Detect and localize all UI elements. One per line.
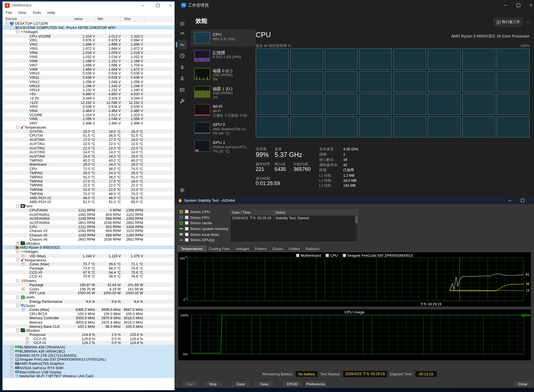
sensor-row[interactable]: +3.3V3.344 V3.328 V3.344 V: [3, 96, 174, 100]
sensor-row[interactable]: CPUTIN51.5 °C36.5 °C51.5 °C: [3, 133, 174, 138]
collapse-icon[interactable]: −: [16, 204, 19, 208]
menu-view[interactable]: View: [15, 10, 29, 16]
collapse-icon[interactable]: −: [16, 296, 19, 299]
sensor-row[interactable]: +5V4.880 V4.880 V4.920 V: [3, 92, 174, 96]
tab-voltages[interactable]: Voltages: [233, 246, 252, 251]
expand-icon[interactable]: +: [10, 374, 13, 378]
sensor-row[interactable]: AUXTIN122.0 °C22.0 °C22.0 °C: [3, 142, 174, 146]
collapse-icon[interactable]: −: [16, 258, 19, 261]
tree-node-row[interactable]: −Voltages: [3, 30, 174, 34]
collapse-icon[interactable]: −: [16, 279, 19, 282]
collapse-icon[interactable]: −: [16, 304, 19, 307]
tab-cooling-fans[interactable]: Cooling Fans: [206, 246, 233, 251]
sensor-row[interactable]: VIN72.496 V2.480 V2.496 V: [3, 121, 174, 125]
rail-item-services[interactable]: [177, 96, 187, 106]
cpuid-button[interactable]: CPUID: [283, 380, 302, 387]
expand-icon[interactable]: +: [22, 287, 25, 290]
stress-option[interactable]: ✓Stress CPU: [179, 209, 229, 214]
sensor-row[interactable]: +CCX #1124.2 %0.0 %124.8 %: [3, 341, 174, 345]
sensor-row[interactable]: VIN42.464 V2.464 V2.480 V: [3, 109, 174, 113]
sensor-row[interactable]: VIN21.696 V1.696 V1.696 V: [3, 42, 174, 46]
col-max[interactable]: Max: [124, 17, 131, 21]
collapse-icon[interactable]: −: [16, 250, 19, 253]
aida64-titlebar[interactable]: System Stability Test - AIDA64 ×: [175, 197, 534, 204]
close-icon[interactable]: ×: [525, 0, 534, 10]
hwmonitor-titlebar[interactable]: HWMonitor ×: [3, 2, 174, 9]
tree-node-row[interactable]: −DESKTOP-LD71ERI: [3, 21, 174, 26]
collapse-icon[interactable]: −: [16, 329, 19, 332]
resource-card-gpu0[interactable]: GPU 0AMD Radeon(TM) Gr...0% (46 °C): [192, 120, 256, 136]
stress-option[interactable]: ✓Stress FPU: [179, 214, 229, 220]
sensor-row[interactable]: TMPIN340.0 °C40.0 °C40.0 °C: [3, 158, 174, 163]
sensor-row[interactable]: Chassis #51193 RPM668 RPM1250 RPM: [3, 233, 174, 237]
sensor-row[interactable]: AUXTIN314.0 °C14.0 °C14.0 °C: [3, 150, 174, 154]
sensor-row[interactable]: TMPIN872.0 °C48.0 °C74.0 °C: [3, 191, 174, 196]
sensor-row[interactable]: VIN61.056 V1.048 V1.056 V: [3, 117, 174, 121]
resource-card-cpu[interactable]: CPU99% 5.37 GHz: [192, 30, 256, 46]
menu-file[interactable]: File: [3, 10, 15, 16]
tree-node-row[interactable]: −Fans: [3, 204, 174, 208]
collapse-icon[interactable]: −: [10, 26, 13, 29]
sensor-row[interactable]: CPU BCLK100.0 MHz100.0 MHz100.0 MHz: [3, 312, 174, 316]
sensor-row[interactable]: CPU1211 RPM502 RPM1306 RPM: [3, 225, 174, 229]
checkbox[interactable]: [185, 233, 188, 236]
tree-node-row[interactable]: +BL9BWWA.439 (760A04AA): [3, 345, 174, 349]
sensor-row[interactable]: +CCX #0125.6 %0.0 %126.4 %: [3, 337, 174, 341]
sensor-row[interactable]: TMPIN417.0 °C17.0 °C18.0 °C: [3, 179, 174, 183]
more-options-icon[interactable]: …: [526, 18, 531, 24]
collapse-icon[interactable]: −: [6, 22, 9, 25]
tree-node-row[interactable]: +Seagate FireCuda 530 ZP4000GM30013 (7VS…: [3, 357, 174, 361]
col-sensor[interactable]: Sensor: [6, 17, 17, 21]
sensor-row[interactable]: Chassis #62601 RPM2036 RPM2652 RPM: [3, 237, 174, 241]
rail-item-users[interactable]: [177, 74, 187, 83]
menu-tools[interactable]: Tools: [29, 10, 44, 16]
tree-node-row[interactable]: +MacroSilicon USB Display: [3, 370, 174, 374]
run-new-task-button[interactable]: 執行新工作: [493, 18, 523, 27]
sensor-row[interactable]: Memory Base CLK100.1 MHz99.0 MHz100.5 MH…: [3, 324, 174, 328]
resource-card-wifi[interactable]: Wi-FiWi-Fi已傳送: 0 已接收: 0 Kb: [192, 102, 256, 118]
clear-button[interactable]: Clear: [231, 380, 250, 387]
sensor-row[interactable]: AMD PCH #251.0 °C51.0 °C55.0 °C: [3, 200, 174, 204]
rail-item-startup[interactable]: [177, 63, 187, 72]
sensor-row[interactable]: AUXFANIN31193 RPM668 RPM1250 RPM: [3, 216, 174, 221]
stress-option[interactable]: Stress system memory: [179, 226, 229, 231]
sensor-row[interactable]: VIN51.032 V1.016 V1.032 V: [3, 55, 174, 59]
sensor-row[interactable]: Chassis #31041 RPM604 RPM1102 RPM: [3, 229, 174, 233]
tree-node-row[interactable]: +BL9BWWA.439 (490441BC): [3, 349, 174, 353]
checkbox[interactable]: ✓: [185, 210, 188, 213]
col-value[interactable]: Value: [74, 17, 83, 21]
sensor-row[interactable]: Memory3003.9 MHz2970.6 MHz3015.0 MHz: [3, 320, 174, 324]
log-col-status[interactable]: Status: [273, 210, 358, 216]
sensor-row[interactable]: VIN91.664 V1.664 V1.672 V: [3, 67, 174, 71]
tree-node-row[interactable]: −Powers: [3, 279, 174, 283]
sensor-row[interactable]: +Cores156.76 W4.19 W161.59 W: [3, 287, 174, 291]
expand-icon[interactable]: +: [26, 337, 29, 340]
sensor-row[interactable]: AUXTIN424.0 °C24.0 °C25.0 °C: [3, 154, 174, 158]
sensor-row[interactable]: CCD #067.9 °C34.4 °C75.8 °C: [3, 270, 174, 274]
tree-node-row[interactable]: −Utilization: [3, 328, 174, 333]
minimize-icon[interactable]: [505, 197, 515, 204]
tree-node-row[interactable]: −Voltages: [3, 249, 174, 254]
rail-item-processes[interactable]: [177, 29, 187, 38]
sensor-row[interactable]: CPUFANIN1211 RPM0 RPM1306 RPM: [3, 208, 174, 212]
tab-powers[interactable]: Powers: [252, 246, 270, 251]
sensor-row[interactable]: TMPIN522.0 °C22.0 °C22.0 °C: [3, 183, 174, 187]
checkbox[interactable]: [185, 238, 188, 242]
sensor-row[interactable]: VIN110.536 V0.528 V0.536 V: [3, 75, 174, 79]
sensor-row[interactable]: CPU72.0 °C48.0 °C74.0 °C: [3, 167, 174, 171]
expand-icon[interactable]: +: [10, 366, 13, 369]
tab-temperatures[interactable]: Temperatures: [178, 246, 206, 251]
collapse-icon[interactable]: −: [16, 126, 19, 129]
taskmgr-titlebar[interactable]: 工作管理員 ×: [175, 0, 534, 10]
expand-icon[interactable]: +: [22, 254, 25, 257]
expand-icon[interactable]: +: [10, 362, 13, 365]
expand-icon[interactable]: +: [10, 349, 13, 353]
resource-card-gpu1[interactable]: GPU 1NVIDIA GeForce RTX...7% (32 °C): [192, 138, 256, 154]
sensor-row[interactable]: Package73.0 °C48.3 °C74.8 °C: [3, 266, 174, 270]
resource-card-disk1[interactable]: 磁碟 1 (D:)SSD (NVMe)1%: [192, 84, 256, 100]
tab-unified[interactable]: Unified: [286, 246, 303, 251]
sensor-row[interactable]: AUXTIN222.0 °C22.0 °C22.0 °C: [3, 146, 174, 150]
legend-item[interactable]: ✓Seagate FireCuda 530 ZP4000GM30013: [343, 253, 413, 257]
expand-icon[interactable]: +: [10, 345, 13, 348]
menu-help[interactable]: Help: [44, 10, 58, 16]
